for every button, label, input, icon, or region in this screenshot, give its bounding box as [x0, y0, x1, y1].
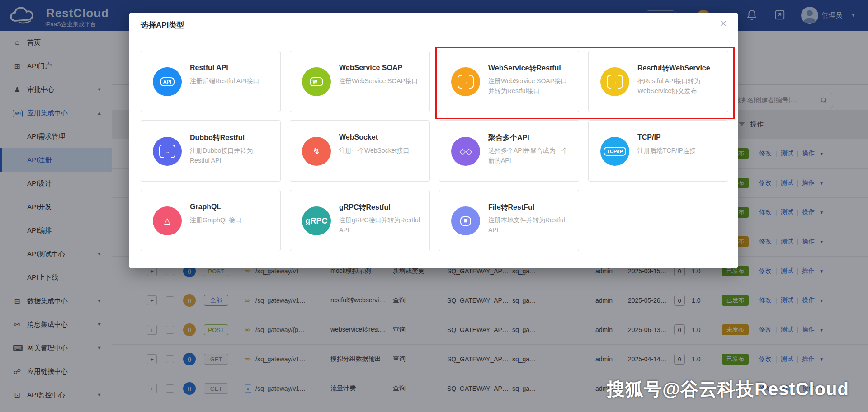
api-type-title: WebService转Restful [488, 64, 561, 73]
api-type-description: 选择多个API并聚合成为一个新的API [488, 146, 570, 165]
tcpip-icon: TCP/IP [600, 137, 629, 166]
screen: RestCloud iPaaS企业集成平台 管理员 ▼ ⌂ 首页 ⊞ API门户 [0, 0, 868, 412]
api-type-card[interactable]: TCP/IP TCP/IP 注册后端TCP/IP连接 [588, 120, 728, 182]
watermark: 搜狐号@谷云科技RestCloud [607, 377, 849, 402]
api-type-card[interactable]: gRPC gRPC转Restful 注册gRPC接口并转为Restful API [290, 190, 430, 251]
api-type-card[interactable]: W≡ WebService SOAP 注册WebService SOAP接口 [290, 51, 430, 112]
api-type-title: WebSocket [339, 133, 378, 141]
api-type-description: 注册后端TCP/IP连接 [637, 146, 719, 156]
api-type-title: 聚合多个API [488, 133, 529, 143]
api-type-title: gRPC转Restful [339, 203, 391, 212]
api-type-card[interactable]: △ GraphQL 注册GraphQL接口 [141, 190, 281, 251]
convert-brackets-icon: → [451, 67, 480, 96]
api-type-card[interactable]: → WebService转Restful 注册WebService SOAP接口… [439, 51, 579, 112]
api-type-description: 注册WebService SOAP接口并转为Restful接口 [488, 76, 570, 96]
modal-title: 选择API类型 [141, 20, 184, 30]
api-type-description: 把Restful API接口转为WebService协义发布 [637, 76, 719, 96]
api-type-description: 注册Dubbo接口并转为Restful API [190, 146, 271, 165]
api-type-card[interactable]: ◇◇ 聚合多个API 选择多个API并聚合成为一个新的API [439, 120, 579, 182]
modal-divider [129, 38, 738, 38]
api-type-title: WebService SOAP [339, 64, 402, 72]
api-type-card[interactable]: → Dubbo转Restful 注册Dubbo接口并转为Restful API [141, 120, 281, 182]
api-type-description: 注册WebService SOAP接口 [339, 76, 420, 86]
grpc-icon: gRPC [302, 206, 331, 235]
api-type-card-grid: API Restful API 注册后端Restful API接口 W≡ Web… [141, 51, 728, 251]
api-type-title: TCP/IP [637, 133, 661, 141]
convert-brackets-icon: → [153, 137, 182, 166]
api-type-title: Dubbo转Restful [190, 133, 245, 143]
api-type-title: Restful转WebService [637, 64, 710, 73]
convert-brackets-icon: → [600, 67, 629, 96]
api-type-card[interactable]: API Restful API 注册后端Restful API接口 [141, 51, 281, 112]
api-type-title: GraphQL [190, 203, 221, 211]
graphql-icon: △ [153, 206, 182, 235]
api-type-card[interactable]: ≣ File转RestFul 注册本地文件并转为Restful API [439, 190, 579, 251]
api-type-description: 注册本地文件并转为Restful API [488, 215, 570, 235]
api-type-description: 注册后端Restful API接口 [190, 76, 271, 86]
file-convert-icon: ≣ [451, 206, 480, 235]
api-type-card[interactable]: → Restful转WebService 把Restful API接口转为Web… [588, 51, 728, 112]
api-type-description: 注册GraphQL接口 [190, 215, 271, 225]
select-api-type-modal: 选择API类型 × API Restful API 注册后端Restful AP… [129, 13, 738, 268]
websocket-icon: ↯ [302, 137, 331, 166]
wsdl-icon: W≡ [302, 67, 331, 96]
api-type-title: File转RestFul [488, 203, 534, 212]
api-type-description: 注册gRPC接口并转为Restful API [339, 215, 420, 235]
api-cloud-icon: API [153, 67, 182, 96]
close-icon[interactable]: × [720, 17, 726, 30]
api-type-title: Restful API [190, 64, 228, 72]
api-type-card[interactable]: ↯ WebSocket 注册一个WebSocket接口 [290, 120, 430, 182]
api-type-description: 注册一个WebSocket接口 [339, 146, 420, 156]
aggregate-icon: ◇◇ [451, 137, 480, 166]
